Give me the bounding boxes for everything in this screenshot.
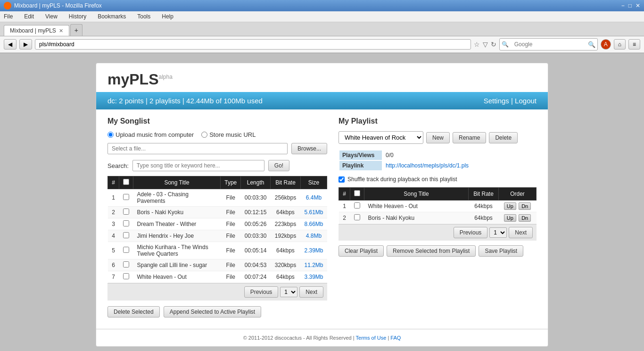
song-checkbox-cell[interactable] (119, 271, 133, 283)
playlink-url[interactable]: http://localhost/mepls/pls/dc/1.pls (386, 162, 469, 169)
delete-playlist-btn[interactable]: Delete (489, 132, 518, 143)
faq-link[interactable]: FAQ (390, 335, 401, 341)
search-magnify-icon[interactable]: 🔍 (588, 41, 595, 48)
tab-close-btn[interactable]: ✕ (59, 28, 63, 34)
reload-btn[interactable]: ↻ (491, 41, 496, 48)
rename-playlist-btn[interactable]: Rename (453, 132, 486, 143)
addon-btn[interactable]: A (601, 39, 611, 50)
title-bar: Mixboard | myPLS - Mozilla Firefox − □ ✕ (0, 0, 644, 11)
playlist-prev-btn[interactable]: Previous (454, 227, 488, 238)
pl-checkbox-cell[interactable] (350, 201, 364, 212)
song-checkbox[interactable] (123, 232, 129, 238)
song-checkbox[interactable] (123, 261, 129, 267)
menu-file[interactable]: File (2, 12, 15, 21)
file-input[interactable] (107, 143, 288, 154)
song-length: 00:03:30 (241, 230, 271, 242)
shuffle-row: Shuffle track during playback on this pl… (339, 176, 537, 183)
order-up-btn[interactable]: Up (504, 214, 516, 222)
logout-link[interactable]: Logout (515, 97, 537, 105)
playlist-table: # Song Title Bit Rate Order 1 White Heav… (339, 187, 537, 224)
menu-help[interactable]: Help (160, 12, 175, 21)
upload-radio-label[interactable]: Upload music from computer (107, 131, 194, 138)
select-all-songs[interactable] (123, 179, 129, 185)
song-checkbox[interactable] (123, 247, 129, 253)
pl-song-checkbox[interactable] (354, 202, 360, 209)
ext-btn[interactable]: ≡ (628, 39, 640, 50)
maximize-btn[interactable]: □ (628, 2, 632, 9)
table-row: 3 Dream Theater - Wither File 00:05:26 2… (108, 218, 327, 230)
back-btn[interactable]: ◀ (4, 39, 17, 50)
playlist-page-select[interactable]: 1 (489, 227, 507, 238)
footer-sep: | (388, 335, 389, 341)
song-checkbox[interactable] (123, 220, 129, 226)
song-checkbox-cell[interactable] (119, 189, 133, 207)
select-all-playlist[interactable] (354, 190, 360, 196)
menu-view[interactable]: View (43, 12, 59, 21)
order-dn-btn[interactable]: Dn (519, 214, 531, 222)
song-checkbox-cell[interactable] (119, 218, 133, 230)
song-length: 00:03:30 (241, 189, 271, 207)
song-table: # Song Title Type Length Bit Rate Size 1… (107, 176, 327, 283)
go-btn[interactable]: Go! (268, 160, 289, 171)
store-url-radio[interactable] (201, 132, 207, 138)
playlist-dropdown-row: White Heaven of Rock New Rename Delete (339, 131, 537, 144)
order-up-btn[interactable]: Up (504, 202, 516, 210)
save-playlist-btn[interactable]: Save Playlist (479, 245, 523, 257)
menu-bookmarks[interactable]: Bookmarks (96, 12, 128, 21)
songlist-next-btn[interactable]: Next (299, 286, 323, 298)
pl-song-order: Up Dn (499, 201, 537, 212)
song-checkbox-cell[interactable] (119, 259, 133, 271)
table-row: 5 Michio Kurihara - The Winds Twelve Qua… (108, 242, 327, 259)
playlist-select[interactable]: White Heaven of Rock (339, 131, 423, 144)
song-checkbox-cell[interactable] (119, 207, 133, 218)
address-input[interactable] (35, 39, 471, 50)
menu-edit[interactable]: Edit (22, 12, 36, 21)
pl-checkbox-cell[interactable] (350, 212, 364, 224)
minimize-btn[interactable]: − (621, 2, 625, 9)
menu-history[interactable]: History (67, 12, 88, 21)
playlist-next-btn[interactable]: Next (509, 227, 533, 238)
file-input-row: Browse... (107, 143, 327, 154)
append-selected-btn[interactable]: Append Selected to Active Playlist (164, 306, 261, 318)
song-checkbox[interactable] (123, 194, 129, 200)
google-search-input[interactable] (511, 40, 586, 49)
browse-btn[interactable]: Browse... (291, 143, 327, 154)
delete-selected-btn[interactable]: Delete Selected (107, 306, 160, 318)
new-playlist-btn[interactable]: New (426, 132, 450, 143)
pl-song-num: 2 (339, 212, 350, 224)
song-size: 5.61Mb (300, 207, 327, 218)
search-input[interactable] (132, 160, 264, 171)
song-checkbox-cell[interactable] (119, 230, 133, 242)
bookmark-star-icon[interactable]: ☆ (474, 41, 480, 48)
shuffle-checkbox[interactable] (339, 176, 345, 183)
app-title: myPLSalpha (107, 71, 537, 88)
settings-link[interactable]: Settings (484, 97, 509, 105)
table-row: 2 Boris - Naki Kyoku File 00:12:15 64kbp… (108, 207, 327, 218)
songlist-prev-btn[interactable]: Previous (244, 286, 279, 298)
col-check[interactable] (119, 176, 133, 189)
menu-tools[interactable]: Tools (135, 12, 152, 21)
song-checkbox[interactable] (123, 209, 129, 215)
home-btn[interactable]: ⌂ (614, 39, 626, 50)
active-tab[interactable]: Mixboard | myPLS ✕ (4, 25, 69, 36)
song-checkbox[interactable] (123, 273, 129, 279)
url-radio-label[interactable]: Store music URL (201, 131, 256, 138)
songlist-page-select[interactable]: 1 (280, 287, 297, 297)
song-size: 3.39Mb (300, 271, 327, 283)
pl-col-check[interactable] (350, 188, 364, 201)
new-tab-btn[interactable]: + (70, 24, 83, 36)
upload-from-computer-radio[interactable] (107, 132, 114, 138)
remove-selected-btn[interactable]: Remove Selected from Playlist (387, 245, 476, 257)
order-dn-btn[interactable]: Dn (519, 202, 531, 210)
song-checkbox-cell[interactable] (119, 242, 133, 259)
col-size: Size (300, 176, 327, 189)
song-length: 00:07:24 (241, 271, 271, 283)
clear-playlist-btn[interactable]: Clear Playlist (339, 245, 384, 257)
terms-link[interactable]: Terms of Use (356, 335, 387, 341)
song-bitrate: 223kbps (270, 218, 300, 230)
stats-text: dc: 2 points | 2 playlists | 42.44Mb of … (107, 97, 263, 105)
bookmark-alt-icon[interactable]: ▽ (483, 41, 488, 48)
pl-song-checkbox[interactable] (354, 214, 360, 220)
close-btn[interactable]: ✕ (636, 2, 640, 9)
forward-btn[interactable]: ▶ (19, 39, 32, 50)
